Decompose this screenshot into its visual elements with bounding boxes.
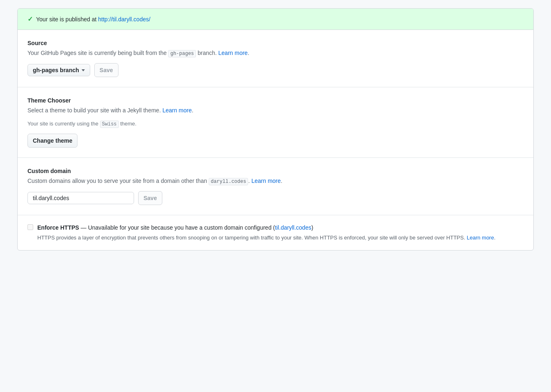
https-description: HTTPS provides a layer of encryption tha… xyxy=(37,234,524,242)
https-learn-more-link[interactable]: Learn more xyxy=(467,235,494,241)
theme-learn-more-link[interactable]: Learn more xyxy=(162,107,192,114)
custom-domain-desc-prefix: Custom domains allow you to serve your s… xyxy=(27,178,209,184)
branch-dropdown-button[interactable]: gh-pages branch xyxy=(27,64,90,76)
current-theme-suffix: theme. xyxy=(119,121,137,127)
checkmark-icon: ✓ xyxy=(27,15,33,23)
source-section: Source Your GitHub Pages site is current… xyxy=(18,30,533,87)
https-desc-line1: HTTPS provides a layer of encryption tha… xyxy=(37,235,303,241)
theme-chooser-desc-prefix: Select a theme to build your site with a… xyxy=(27,107,162,114)
custom-domain-description: Custom domains allow you to serve your s… xyxy=(27,177,524,185)
chevron-down-icon xyxy=(82,69,85,71)
theme-chooser-description: Select a theme to build your site with a… xyxy=(27,106,524,115)
https-title-row: Enforce HTTPS — Unavailable for your sit… xyxy=(37,223,524,232)
https-unavailable-suffix: ) xyxy=(311,224,313,231)
custom-domain-controls: Save xyxy=(27,191,524,205)
current-theme-text: Your site is currently using the Swiss t… xyxy=(27,121,524,127)
custom-domain-title: Custom domain xyxy=(27,168,524,174)
source-desc-suffix: branch. xyxy=(196,50,218,56)
current-theme-code: Swiss xyxy=(100,121,119,128)
https-checkbox[interactable] xyxy=(27,224,33,230)
source-title: Source xyxy=(27,40,524,46)
source-learn-more-link[interactable]: Learn more xyxy=(219,50,248,56)
https-desc-line2: When HTTPS is enforced, your site will o… xyxy=(303,235,467,241)
published-site-link[interactable]: http://til.daryll.codes/ xyxy=(98,16,150,23)
banner-prefix: Your site is published at xyxy=(36,16,98,23)
current-theme-prefix: Your site is currently using the xyxy=(27,121,100,127)
source-controls: gh-pages branch Save xyxy=(27,63,524,77)
theme-chooser-title: Theme Chooser xyxy=(27,97,524,104)
source-save-button[interactable]: Save xyxy=(94,63,118,77)
change-theme-button[interactable]: Change theme xyxy=(27,134,77,148)
custom-domain-input[interactable] xyxy=(27,192,134,204)
https-dash: — xyxy=(79,224,88,231)
https-title: Enforce HTTPS xyxy=(37,224,79,231)
custom-domain-learn-more-link[interactable]: Learn more xyxy=(251,178,281,184)
https-checkbox-wrap xyxy=(27,224,33,231)
published-banner: ✓ Your site is published at http://til.d… xyxy=(18,9,533,30)
settings-panel: ✓ Your site is published at http://til.d… xyxy=(17,8,534,251)
https-row: Enforce HTTPS — Unavailable for your sit… xyxy=(27,223,524,242)
default-domain-code: daryll.codes xyxy=(209,178,248,185)
branch-dropdown-label: gh-pages branch xyxy=(33,67,79,73)
https-unavailable-prefix: Unavailable for your site because you ha… xyxy=(88,224,275,231)
https-content: Enforce HTTPS — Unavailable for your sit… xyxy=(37,223,524,242)
source-description: Your GitHub Pages site is currently bein… xyxy=(27,49,524,57)
theme-chooser-section: Theme Chooser Select a theme to build yo… xyxy=(18,87,533,158)
custom-domain-section: Custom domain Custom domains allow you t… xyxy=(18,158,533,215)
https-section: Enforce HTTPS — Unavailable for your sit… xyxy=(18,215,533,250)
custom-domain-save-button[interactable]: Save xyxy=(138,191,162,205)
https-domain-link[interactable]: til.daryll.codes xyxy=(275,224,312,231)
source-desc-prefix: Your GitHub Pages site is currently bein… xyxy=(27,50,168,56)
banner-text: Your site is published at http://til.dar… xyxy=(36,16,150,23)
branch-name-code: gh-pages xyxy=(168,50,196,57)
